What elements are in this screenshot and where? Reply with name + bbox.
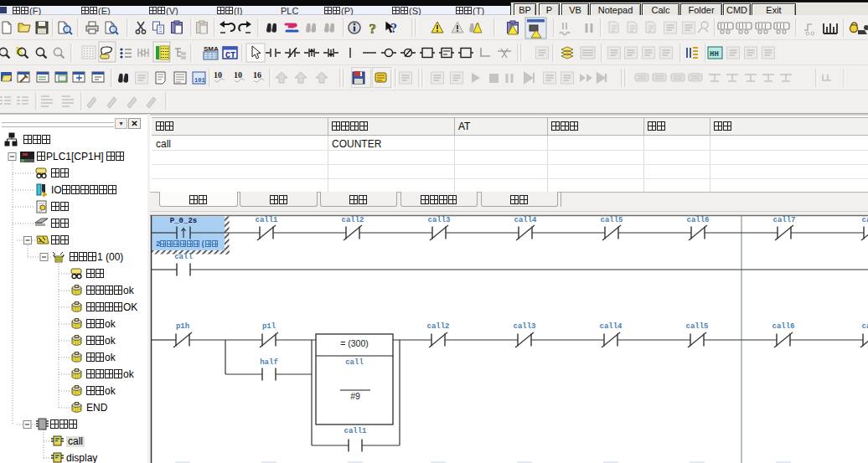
svg-text:101: 101	[194, 77, 205, 84]
svg-text:HH: HH	[710, 50, 719, 59]
svg-text:10: 10	[214, 70, 222, 80]
svg-text:10: 10	[234, 70, 242, 80]
svg-text:16: 16	[253, 70, 261, 80]
svg-text:CT: CT	[225, 51, 235, 60]
svg-text:?: ?	[369, 21, 377, 37]
